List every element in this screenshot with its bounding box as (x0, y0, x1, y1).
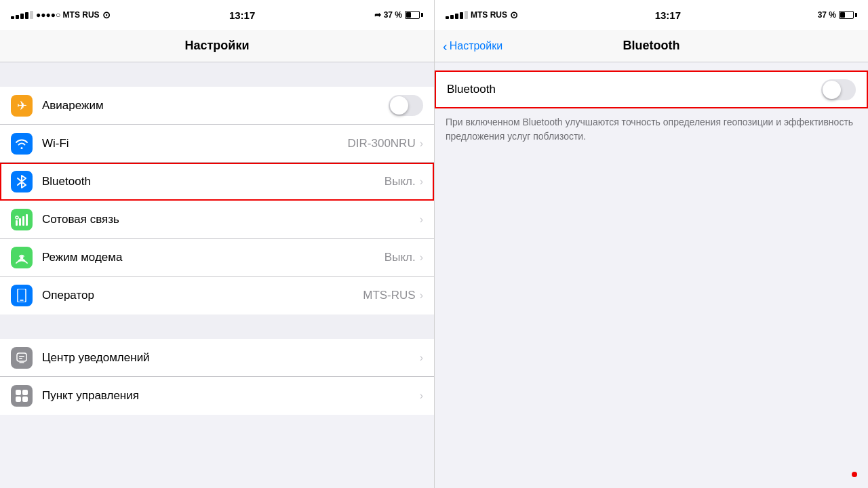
bluetooth-toggle[interactable] (821, 79, 856, 100)
notifications-row[interactable]: Центр уведомлений › (0, 339, 434, 377)
notifications-chevron: › (420, 352, 423, 364)
bluetooth-toggle-section: Bluetooth (435, 70, 868, 108)
signal-dots (11, 11, 33, 19)
left-phone-panel: ●●●●○ MTS RUS ⊙ 13:17 ➦ 37 % Настройки ✈ (0, 0, 434, 488)
left-settings-section-1: ✈ Авиарежим Wi-Fi DIR-300NRU › (0, 87, 434, 314)
svg-rect-11 (16, 396, 21, 402)
left-nav-bar: Настройки (0, 30, 434, 62)
right-phone-panel: MTS RUS ⊙ 13:17 37 % ‹ Настройки Bluetoo… (434, 0, 868, 488)
airplane-mode-row[interactable]: ✈ Авиарежим (0, 87, 434, 125)
svg-rect-3 (26, 214, 28, 226)
bluetooth-description: При включенном Bluetooth улучшаются точн… (435, 108, 868, 150)
bluetooth-row[interactable]: Bluetooth Выкл. › (0, 163, 434, 201)
right-battery-pct: 37 % (818, 10, 836, 20)
notifications-icon (11, 347, 33, 369)
airplane-toggle-knob (390, 96, 408, 115)
operator-row[interactable]: Оператор MTS-RUS › (0, 277, 434, 314)
red-dot-annotation (852, 472, 857, 477)
bluetooth-chevron: › (420, 176, 423, 188)
cellular-row[interactable]: Сотовая связь › (0, 201, 434, 239)
right-time: 13:17 (655, 9, 681, 21)
svg-rect-7 (19, 356, 24, 357)
bluetooth-toggle-row: Bluetooth (435, 70, 868, 108)
left-nav-title: Настройки (185, 39, 250, 53)
right-nav-bar: ‹ Настройки Bluetooth (435, 30, 868, 62)
svg-rect-8 (19, 358, 22, 359)
right-battery-icon (839, 11, 857, 19)
right-status-right: 37 % (818, 10, 857, 20)
left-section-spacer-2 (0, 314, 434, 339)
right-status-left: MTS RUS ⊙ (446, 9, 518, 20)
right-wifi-icon: ⊙ (510, 9, 518, 20)
hotspot-label: Режим модема (42, 251, 384, 264)
svg-rect-1 (19, 218, 21, 226)
notifications-label: Центр уведомлений (42, 351, 420, 365)
battery-icon (405, 11, 423, 19)
back-chevron-icon: ‹ (443, 39, 448, 53)
control-center-icon (11, 385, 33, 407)
right-status-bar: MTS RUS ⊙ 13:17 37 % (435, 0, 868, 30)
right-content: Bluetooth При включенном Bluetooth улучш… (435, 62, 868, 488)
control-center-chevron: › (420, 390, 423, 402)
svg-point-4 (16, 216, 18, 219)
phone-icon (11, 285, 33, 306)
left-content: ✈ Авиарежим Wi-Fi DIR-300NRU › (0, 62, 434, 488)
wifi-label: Wi-Fi (42, 137, 348, 150)
svg-rect-12 (22, 396, 28, 402)
back-label[interactable]: Настройки (450, 40, 502, 52)
left-time: 13:17 (229, 9, 255, 21)
wifi-status-icon: ⊙ (102, 9, 111, 20)
bluetooth-toggle-knob (823, 81, 841, 99)
airplane-toggle[interactable] (389, 95, 423, 116)
wifi-icon (11, 133, 33, 155)
carrier-label: ●●●●○ MTS RUS (36, 10, 100, 20)
operator-value: MTS-RUS (363, 289, 415, 302)
svg-rect-0 (16, 220, 18, 226)
cellular-icon (11, 209, 33, 230)
svg-rect-2 (22, 216, 24, 226)
left-status-bar: ●●●●○ MTS RUS ⊙ 13:17 ➦ 37 % (0, 0, 434, 30)
right-carrier-label: MTS RUS (471, 10, 507, 20)
left-settings-section-2: Центр уведомлений › Пункт управления › (0, 339, 434, 415)
operator-chevron: › (420, 289, 423, 302)
hotspot-row[interactable]: Режим модема Выкл. › (0, 239, 434, 277)
svg-rect-9 (16, 390, 21, 395)
svg-rect-10 (22, 390, 28, 395)
wifi-chevron: › (420, 138, 423, 150)
bluetooth-icon (11, 171, 33, 192)
bluetooth-label: Bluetooth (42, 175, 384, 188)
airplane-icon: ✈ (11, 95, 33, 117)
svg-point-5 (20, 256, 24, 259)
left-status-left: ●●●●○ MTS RUS ⊙ (11, 9, 111, 20)
right-signal-dots (446, 11, 468, 19)
cellular-label: Сотовая связь (42, 213, 420, 226)
hotspot-value: Выкл. (384, 251, 416, 264)
hotspot-chevron: › (420, 251, 423, 264)
control-center-label: Пункт управления (42, 389, 420, 403)
left-status-right: ➦ 37 % (374, 10, 423, 20)
hotspot-icon (11, 247, 33, 268)
left-section-spacer-1 (0, 62, 434, 87)
bluetooth-toggle-label: Bluetooth (447, 83, 821, 96)
right-nav-title: Bluetooth (623, 39, 680, 53)
bluetooth-value: Выкл. (384, 175, 416, 188)
battery-pct: 37 % (384, 10, 402, 20)
operator-label: Оператор (42, 289, 363, 302)
svg-rect-6 (17, 353, 26, 361)
right-nav-back[interactable]: ‹ Настройки (443, 39, 502, 53)
cellular-chevron: › (420, 214, 423, 226)
wifi-row[interactable]: Wi-Fi DIR-300NRU › (0, 125, 434, 163)
wifi-value: DIR-300NRU (348, 137, 416, 150)
airplane-label: Авиарежим (42, 99, 389, 113)
gps-icon: ➦ (374, 10, 381, 20)
control-center-row[interactable]: Пункт управления › (0, 377, 434, 415)
